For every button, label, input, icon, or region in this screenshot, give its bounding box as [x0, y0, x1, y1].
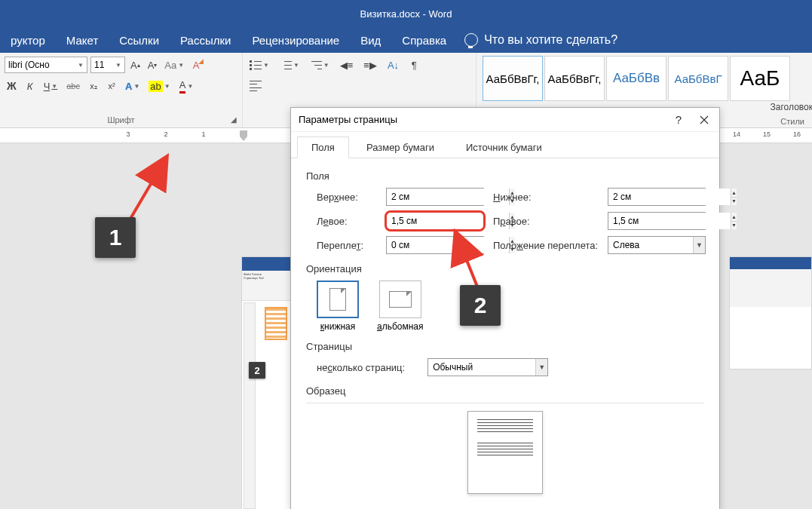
font-group-label: Шрифт ◢ [5, 114, 237, 126]
section-orientation: Ориентация [306, 263, 704, 274]
page-setup-dialog: Параметры страницы ? Поля Размер бумаги … [290, 107, 720, 509]
font-size-value: 11 [94, 60, 104, 70]
subscript-button[interactable]: x₂ [87, 78, 100, 94]
label-gutter-pos: Положение переплета: [493, 240, 599, 251]
tell-me-label: Что вы хотите сделать? [484, 33, 617, 47]
increase-indent-button[interactable]: ≡▶ [361, 57, 379, 72]
font-size-combo[interactable]: 11 ▼ [90, 57, 125, 73]
label-gutter: Переплет: [317, 240, 377, 251]
annotation-marker-1: 1 [95, 217, 136, 258]
tab-view[interactable]: Вид [350, 27, 391, 53]
font-group: libri (Осно ▼ 11 ▼ A▴ A▾ Aa▼ A◢ Ж К Ч▼ a… [0, 53, 243, 127]
chevron-down-icon: ▼ [78, 62, 84, 69]
section-fields: Поля [306, 170, 704, 182]
gutter-position-select[interactable]: Слева▼ [608, 236, 706, 254]
top-margin-input[interactable]: ▲▼ [386, 188, 484, 206]
tell-me-search[interactable]: Что вы хотите сделать? [464, 33, 617, 47]
section-sample: Образец [306, 385, 704, 397]
thumbnail-marker-2: 2 [249, 362, 265, 379]
multipage-select[interactable]: Обычный▼ [427, 358, 548, 376]
superscript-button[interactable]: x² [105, 78, 118, 94]
section-pages: Страницы [306, 341, 704, 352]
highlight-button[interactable]: ab▼ [146, 78, 172, 94]
shrink-font-button[interactable]: A▾ [146, 57, 160, 72]
chevron-down-icon: ▼ [115, 62, 121, 69]
tab-constructor[interactable]: руктор [0, 27, 56, 53]
title-bar: Визитка.docx - Word [0, 0, 812, 27]
sample-preview [467, 411, 543, 494]
numbering-button[interactable]: ▼ [277, 57, 302, 72]
align-left-button[interactable] [247, 78, 264, 94]
right-margin-input[interactable]: ▲▼ [608, 212, 706, 230]
chevron-down-icon: ▼ [535, 359, 547, 376]
app-title: Визитка.docx - Word [360, 8, 452, 20]
label-right: Правое: [493, 216, 599, 227]
annotation-marker-2: 2 [460, 285, 501, 326]
nav-thumbnail-right [729, 256, 812, 369]
gutter-input[interactable]: ▲▼ [386, 236, 484, 254]
ribbon-tabs: руктор Макет Ссылки Рассылки Рецензирова… [0, 27, 812, 53]
show-marks-button[interactable]: ¶ [407, 57, 421, 72]
dialog-title-text: Параметры страницы [299, 114, 397, 125]
label-left: Левое: [317, 216, 377, 227]
nav-thumbnail-left: Файл ГлавнаСтраницы Таб [241, 256, 291, 509]
tab-paper-size[interactable]: Размер бумаги [352, 136, 449, 158]
text-effects-button[interactable]: A▼ [123, 78, 142, 94]
underline-button[interactable]: Ч▼ [41, 78, 60, 94]
font-family-value: libri (Осно [8, 60, 50, 70]
bottom-margin-input[interactable]: ▲▼ [608, 188, 706, 206]
bullets-button[interactable]: ▼ [247, 57, 271, 72]
grow-font-button[interactable]: A▴ [128, 57, 142, 72]
multilevel-button[interactable]: ▼ [308, 57, 332, 72]
close-icon [700, 115, 709, 124]
strikethrough-button[interactable]: abc [64, 78, 82, 94]
font-color-button[interactable]: A▼ [177, 78, 196, 94]
font-dialog-launcher[interactable]: ◢ [228, 115, 239, 126]
style-title[interactable]: АаБ [730, 56, 790, 101]
tab-paper-source[interactable]: Источник бумаги [452, 136, 556, 158]
tab-review[interactable]: Рецензирование [241, 27, 350, 53]
change-case-button[interactable]: Aa▼ [162, 57, 186, 72]
tab-help[interactable]: Справка [391, 27, 457, 53]
bold-button[interactable]: Ж [5, 78, 19, 94]
dialog-tabs: Поля Размер бумаги Источник бумаги [291, 132, 719, 158]
decrease-indent-button[interactable]: ◀≡ [338, 57, 356, 72]
tab-mailings[interactable]: Рассылки [170, 27, 241, 53]
chevron-down-icon: ▼ [693, 237, 705, 253]
tab-layout[interactable]: Макет [56, 27, 109, 53]
help-button[interactable]: ? [671, 112, 686, 127]
style-heading1[interactable]: АаБбВв [606, 56, 666, 101]
label-multipage: несколько страниц: [317, 362, 405, 373]
tab-references[interactable]: Ссылки [109, 27, 170, 53]
styles-group-label: Стили [780, 117, 804, 126]
style-normal[interactable]: АаБбВвГг, [483, 56, 543, 101]
dialog-titlebar: Параметры страницы ? [291, 108, 719, 132]
italic-button[interactable]: К [23, 78, 37, 94]
left-margin-input[interactable]: ▲▼ [386, 212, 484, 230]
indent-marker[interactable] [240, 130, 247, 136]
label-bottom: Нижнее: [493, 192, 599, 203]
style-heading2[interactable]: АаБбВвГ [668, 56, 728, 101]
style-no-spacing[interactable]: АаБбВвГг, [544, 56, 605, 101]
tab-margins[interactable]: Поля [297, 136, 349, 158]
font-family-combo[interactable]: libri (Осно ▼ [5, 57, 87, 73]
close-button[interactable] [697, 112, 712, 127]
label-top: Верхнее: [317, 192, 377, 203]
orientation-portrait[interactable]: книжная [317, 281, 359, 332]
sort-button[interactable]: A↓ [385, 57, 401, 72]
orientation-landscape[interactable]: альбомная [377, 281, 424, 332]
clear-formatting-button[interactable]: A◢ [189, 57, 203, 72]
lightbulb-icon [464, 33, 478, 47]
